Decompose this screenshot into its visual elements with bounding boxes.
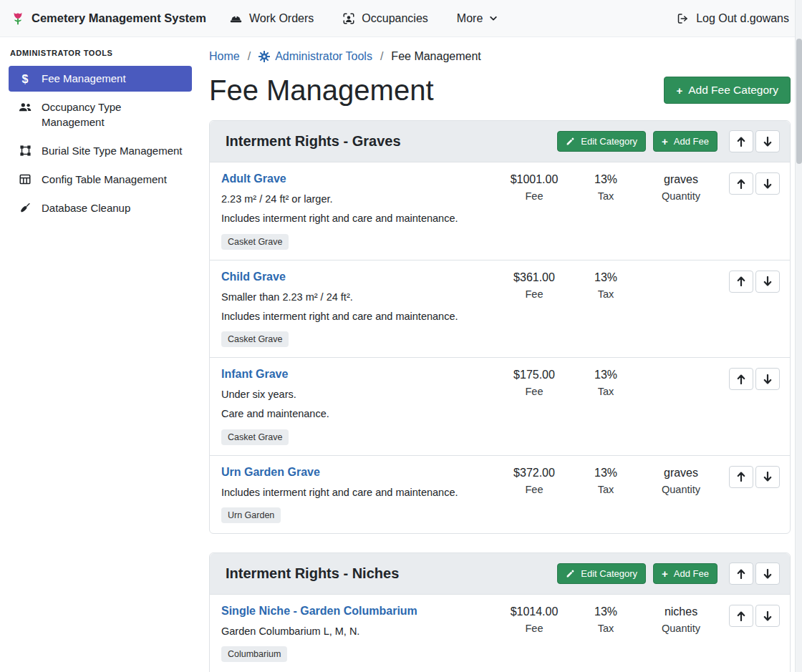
fee-reorder-group: [724, 172, 780, 195]
move-fee-down-button[interactable]: [755, 368, 780, 390]
edit-category-button[interactable]: Edit Category: [557, 563, 646, 584]
sidebar: ADMINISTRATOR TOOLS $ Fee Management Occ…: [0, 37, 200, 672]
fee-description: 2.23 m² / 24 ft² or larger.: [221, 192, 488, 206]
fee-type-badge: Columbarium: [221, 646, 287, 662]
arrow-down-icon: [763, 137, 772, 147]
move-fee-down-button[interactable]: [755, 605, 780, 627]
category-title: Interment Rights - Niches: [226, 565, 399, 582]
add-fee-category-button[interactable]: + Add Fee Category: [664, 77, 791, 104]
quantity-cell: graves Quantity: [638, 172, 724, 202]
move-fee-up-button[interactable]: [729, 368, 753, 390]
arrow-up-icon: [737, 179, 745, 189]
hard-hat-icon: [229, 12, 243, 24]
fee-name-link[interactable]: Infant Grave: [221, 368, 288, 381]
sidebar-heading: ADMINISTRATOR TOOLS: [10, 49, 190, 57]
logout-icon: [676, 12, 690, 25]
vertical-scrollbar[interactable]: [795, 0, 802, 672]
sidebar-item-label: Occupancy Type Management: [42, 100, 185, 130]
category-card-graves: Interment Rights - Graves Edit Category …: [209, 120, 791, 534]
fee-description: Includes interment right and care and ma…: [221, 211, 488, 225]
breadcrumb-home-link[interactable]: Home: [209, 50, 240, 63]
move-fee-up-button[interactable]: [729, 172, 753, 195]
fee-amount-cell: $372.00 Fee: [495, 466, 574, 495]
scrollbar-thumb[interactable]: [796, 39, 802, 164]
breadcrumb-separator: /: [248, 50, 251, 63]
fee-type-badge: Casket Grave: [221, 331, 289, 347]
pencil-icon: [566, 569, 575, 578]
move-fee-up-button[interactable]: [729, 271, 753, 293]
arrow-down-icon: [763, 374, 772, 384]
fee-type-badge: Casket Grave: [221, 429, 289, 445]
move-fee-up-button[interactable]: [729, 466, 753, 488]
category-header: Interment Rights - Niches Edit Category …: [210, 553, 790, 595]
fee-description: Includes interment right and care and ma…: [221, 485, 488, 500]
app-brand[interactable]: Cemetery Management System: [10, 11, 206, 26]
logout-link[interactable]: Log Out d.gowans: [676, 12, 789, 25]
app-title: Cemetery Management System: [32, 11, 206, 25]
arrow-up-icon: [737, 374, 745, 384]
add-fee-button[interactable]: + Add Fee: [653, 563, 718, 584]
edit-category-label: Edit Category: [581, 136, 637, 147]
move-fee-down-button[interactable]: [755, 466, 780, 488]
sidebar-item-burial-site-type[interactable]: Burial Site Type Management: [9, 138, 192, 164]
sidebar-item-fee-management[interactable]: $ Fee Management: [9, 66, 192, 92]
gear-icon: [259, 51, 270, 62]
fee-amount-cell: $175.00 Fee: [495, 368, 574, 397]
broom-icon: [18, 202, 32, 214]
sidebar-item-occupancy-type[interactable]: Occupancy Type Management: [9, 94, 192, 135]
arrow-down-icon: [763, 611, 772, 621]
tax-cell: 13% Tax: [574, 368, 638, 397]
fee-name-link[interactable]: Adult Grave: [221, 172, 286, 185]
nav-work-orders[interactable]: Work Orders: [229, 12, 314, 25]
category-header: Interment Rights - Graves Edit Category …: [210, 121, 790, 162]
fee-row: Child Grave Smaller than 2.23 m² / 24 ft…: [210, 260, 790, 358]
sidebar-item-label: Fee Management: [42, 72, 126, 86]
fee-type-badge: Casket Grave: [221, 234, 289, 250]
category-card-niches: Interment Rights - Niches Edit Category …: [209, 552, 791, 672]
move-category-down-button[interactable]: [755, 563, 780, 585]
nav-occupancies[interactable]: Occupancies: [342, 12, 428, 25]
edit-category-button[interactable]: Edit Category: [557, 131, 646, 152]
move-fee-down-button[interactable]: [755, 271, 780, 293]
breadcrumb-separator: /: [380, 50, 383, 63]
fee-name-link[interactable]: Child Grave: [221, 271, 286, 283]
fee-reorder-group: [724, 605, 780, 627]
arrow-up-icon: [737, 569, 745, 579]
fee-description: Smaller than 2.23 m² / 24 ft².: [221, 290, 488, 304]
fee-description: Includes interment right and care and ma…: [221, 309, 488, 323]
add-fee-label: Add Fee: [674, 568, 709, 579]
edit-category-label: Edit Category: [581, 568, 637, 579]
fee-description: Care and maintenance.: [221, 406, 488, 421]
move-fee-up-button[interactable]: [729, 605, 753, 627]
plus-icon: +: [662, 136, 668, 147]
fee-name-link[interactable]: Single Niche - Garden Columbarium: [221, 605, 417, 618]
pencil-icon: [566, 137, 575, 146]
plus-icon: +: [662, 568, 668, 579]
tulip-logo-icon: [10, 11, 26, 26]
fee-name-link[interactable]: Urn Garden Grave: [221, 466, 320, 479]
move-category-up-button[interactable]: [729, 563, 753, 585]
arrow-down-icon: [763, 569, 772, 579]
breadcrumb-admin-tools-link[interactable]: Administrator Tools: [259, 50, 372, 63]
fee-amount-cell: $361.00 Fee: [495, 271, 574, 300]
add-fee-button[interactable]: + Add Fee: [653, 131, 718, 152]
page-header: Fee Management + Add Fee Category: [209, 74, 791, 106]
move-fee-down-button[interactable]: [755, 172, 780, 195]
arrow-down-icon: [763, 179, 772, 189]
sidebar-item-config-table[interactable]: Config Table Management: [9, 167, 192, 193]
move-category-up-button[interactable]: [729, 130, 753, 152]
nav-more[interactable]: More: [457, 12, 498, 25]
plus-icon: +: [676, 85, 682, 96]
arrow-down-icon: [763, 472, 772, 482]
fee-reorder-group: [724, 368, 780, 390]
move-category-down-button[interactable]: [755, 130, 780, 152]
tax-cell: 13% Tax: [574, 271, 638, 300]
sidebar-item-database-cleanup[interactable]: Database Cleanup: [9, 195, 192, 221]
add-fee-label: Add Fee: [674, 136, 709, 147]
breadcrumb-current: Fee Management: [391, 50, 480, 63]
fee-amount-cell: $1001.00 Fee: [495, 172, 574, 202]
nav-items: Work Orders Occupancies More: [229, 12, 498, 25]
tax-cell: 13% Tax: [574, 466, 638, 495]
category-reorder-group: [729, 130, 780, 152]
table-icon: [18, 173, 32, 185]
